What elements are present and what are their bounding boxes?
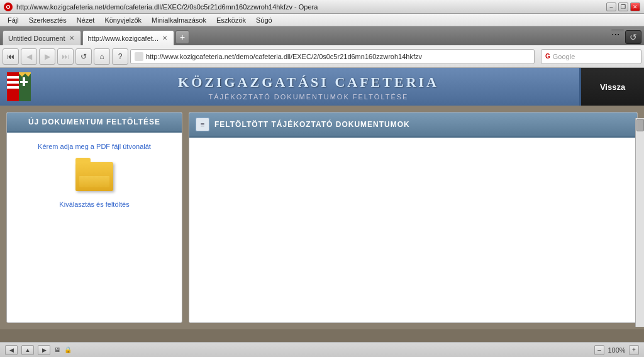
zoom-in-button[interactable]: +	[629, 345, 639, 355]
status-nav-right[interactable]: ▶	[38, 345, 50, 355]
tab-add-button[interactable]: +	[175, 30, 189, 44]
menu-edit[interactable]: Szerkesztés	[24, 14, 72, 26]
folder-upload-icon[interactable]	[72, 158, 116, 195]
minimize-button[interactable]: –	[606, 3, 616, 11]
tab-kozig[interactable]: http://www.kozigcafet... ✕	[82, 30, 175, 45]
restore-button[interactable]: ❐	[618, 3, 628, 11]
doc-icon-symbol: ≡	[201, 121, 204, 128]
search-bar[interactable]: G Google	[541, 49, 641, 64]
address-bar[interactable]: http://www.kozigcafeteria.net/demo/cafet…	[130, 49, 535, 64]
right-panel-header: ≡ FELTÖLTÖTT TÁJÉKOZTATÓ DOKUMENTUMOK	[189, 113, 637, 138]
vissza-area: Vissza	[581, 68, 644, 106]
app-title: KÖZIGAZGATÁSI CAFETERIA	[178, 74, 439, 91]
right-panel-title: FELTÖLTÖTT TÁJÉKOZTATÓ DOKUMENTUMOK	[214, 120, 410, 129]
tab-untitled-close[interactable]: ✕	[68, 34, 75, 42]
left-panel-header: ÚJ DOKUMENTUM FELTÖLTÉSE	[7, 113, 182, 133]
search-placeholder: Google	[553, 53, 575, 60]
title-bar-text: http://www.kozigcafeteria.net/demo/cafet…	[16, 3, 606, 11]
menu-tools[interactable]: Eszközök	[211, 14, 251, 26]
pdf-label: Kérem adja meg a PDF fájl útvonalát	[38, 143, 151, 150]
upload-label[interactable]: Kiválasztás és feltöltés	[59, 200, 129, 208]
svg-rect-5	[7, 86, 19, 89]
status-bar: ◀ ▲ ▶ 🖥 🔒 – 100% +	[0, 342, 644, 357]
title-bar: O http://www.kozigcafeteria.net/demo/caf…	[0, 0, 644, 14]
svg-rect-3	[7, 76, 19, 79]
menu-bookmarks[interactable]: Könyvjelzők	[99, 14, 147, 26]
menu-widgets[interactable]: Minialkalmazások	[147, 14, 211, 26]
address-text: http://www.kozigcafeteria.net/demo/cafet…	[146, 53, 422, 60]
title-bar-buttons: – ❐ ✕	[606, 3, 640, 11]
app-title-area: KÖZIGAZGATÁSI CAFETERIA TÁJÉKOZTATÓ DOKU…	[38, 68, 581, 106]
tab-bar: Untitled Document ✕ http://www.kozigcafe…	[0, 26, 644, 45]
nav-forward-button[interactable]: ▶	[39, 48, 55, 65]
menu-help[interactable]: Súgó	[251, 14, 277, 26]
folder-inner	[79, 176, 109, 187]
svg-rect-4	[7, 81, 19, 84]
tab-kozig-close[interactable]: ✕	[161, 34, 169, 42]
status-nav-left[interactable]: ◀	[5, 345, 18, 355]
zoom-control: – 100% +	[594, 345, 639, 355]
nav-help-button[interactable]: ?	[112, 48, 128, 65]
tab-scroll-back[interactable]: ↺	[625, 30, 641, 44]
scrollbar-thumb[interactable]	[636, 119, 644, 131]
tab-kozig-label: http://www.kozigcafet...	[88, 35, 159, 42]
tab-drag-handle: ···	[611, 29, 624, 31]
opera-icon: O	[4, 3, 13, 11]
tab-untitled-label: Untitled Document	[8, 35, 65, 42]
status-icon-2: 🔒	[64, 346, 72, 353]
status-left: ◀ ▲ ▶ 🖥 🔒	[5, 345, 589, 355]
address-lock-icon	[135, 52, 143, 61]
page-scrollbar[interactable]	[635, 118, 644, 327]
menu-file[interactable]: Fájl	[3, 14, 24, 26]
coat-of-arms-icon	[7, 72, 31, 101]
right-panel: ≡ FELTÖLTÖTT TÁJÉKOZTATÓ DOKUMENTUMOK	[189, 112, 638, 323]
nav-last-button[interactable]: ⏭	[57, 48, 74, 65]
tab-untitled[interactable]: Untitled Document ✕	[3, 30, 81, 45]
left-panel-body: Kérem adja meg a PDF fájl útvonalát Kivá…	[7, 133, 182, 218]
zoom-level: 100%	[606, 346, 628, 354]
nav-bar: ⏮ ◀ ▶ ⏭ ↺ ⌂ ? http://www.kozigcafeteria.…	[0, 45, 644, 68]
nav-home-button[interactable]: ⌂	[94, 48, 110, 65]
app-header: KÖZIGAZGATÁSI CAFETERIA TÁJÉKOZTATÓ DOKU…	[0, 68, 644, 106]
left-panel: ÚJ DOKUMENTUM FELTÖLTÉSE Kérem adja meg …	[6, 112, 182, 323]
svg-rect-2	[19, 72, 31, 101]
nav-first-button[interactable]: ⏮	[3, 48, 19, 65]
coat-of-arms-area	[0, 68, 38, 106]
status-icon-1: 🖥	[54, 346, 60, 353]
vissza-button[interactable]: Vissza	[600, 82, 625, 92]
menu-view[interactable]: Nézet	[72, 14, 100, 26]
zoom-out-button[interactable]: –	[594, 345, 604, 355]
app-subtitle: TÁJÉKOZTATÓ DOKUMENTUMOK FELTÖLTÉSE	[209, 93, 409, 101]
doc-icon: ≡	[196, 118, 209, 131]
folder-body	[75, 162, 113, 191]
main-content: ÚJ DOKUMENTUM FELTÖLTÉSE Kérem adja meg …	[0, 106, 644, 329]
right-panel-body	[189, 138, 637, 322]
status-right: – 100% +	[594, 345, 639, 355]
folder-tab	[75, 158, 91, 163]
status-nav-up[interactable]: ▲	[21, 345, 34, 355]
page-content: KÖZIGAZGATÁSI CAFETERIA TÁJÉKOZTATÓ DOKU…	[0, 68, 644, 342]
svg-rect-7	[20, 81, 28, 83]
close-button[interactable]: ✕	[630, 3, 640, 11]
nav-back-button[interactable]: ◀	[21, 48, 37, 65]
menu-bar: Fájl Szerkesztés Nézet Könyvjelzők Minia…	[0, 14, 644, 26]
nav-reload-button[interactable]: ↺	[75, 48, 92, 65]
google-icon: G	[545, 53, 550, 60]
